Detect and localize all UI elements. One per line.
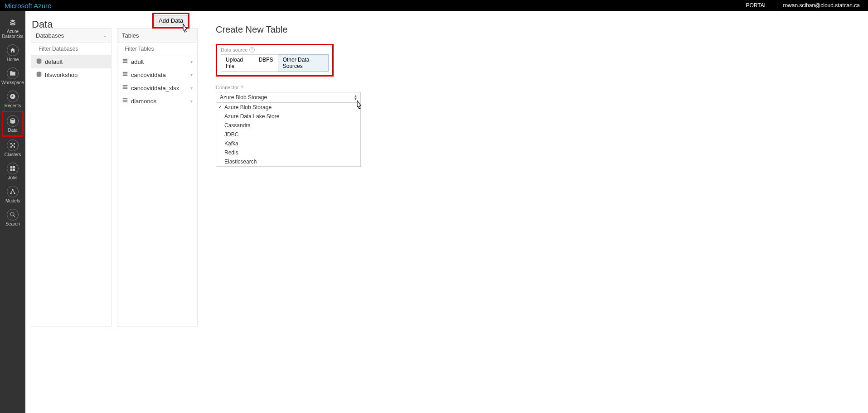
nav-label: Clusters <box>5 152 21 157</box>
connector-option[interactable]: Kafka <box>216 139 360 148</box>
database-row[interactable]: hlsworkshop <box>31 68 111 82</box>
connector-option[interactable]: JDBC <box>216 130 360 139</box>
separator <box>777 2 777 9</box>
connector-option[interactable]: Redis <box>216 148 360 157</box>
table-name: diamonds <box>131 98 156 105</box>
database-row[interactable]: default <box>31 55 111 68</box>
table-icon <box>122 97 128 105</box>
clock-icon <box>7 91 19 102</box>
grid-icon <box>7 163 19 174</box>
page-title: Data <box>32 19 53 30</box>
nav-label: Home <box>7 57 19 62</box>
main-area: Data Add Data Databases ⌄ default <box>25 11 868 413</box>
connector-selected-value: Azure Blob Storage <box>220 94 267 101</box>
nav-models[interactable]: Models <box>2 183 24 206</box>
search-icon <box>7 209 19 221</box>
table-row[interactable]: diamonds ▾ <box>117 95 197 108</box>
database-icon <box>36 71 42 79</box>
table-row[interactable]: cancoviddata_xlsx ▾ <box>117 82 197 95</box>
tab-upload-file[interactable]: Upload File <box>221 54 254 72</box>
nav-label: Models <box>5 198 20 203</box>
chevron-down-icon[interactable]: ▾ <box>190 99 193 104</box>
table-row[interactable]: cancoviddata ▾ <box>117 68 197 82</box>
connector-dropdown: Azure Blob Storage Azure Data Lake Store… <box>216 103 361 167</box>
add-data-highlight: Add Data <box>152 13 189 29</box>
tab-other-data-sources[interactable]: Other Data Sources <box>278 54 329 72</box>
tab-dbfs[interactable]: DBFS <box>254 54 278 72</box>
databases-panel: Databases ⌄ default hlsworkshop <box>31 28 112 327</box>
graph-icon <box>7 186 19 197</box>
connector-option[interactable]: Azure Blob Storage <box>216 103 360 112</box>
folder-icon <box>7 67 19 79</box>
home-icon <box>7 44 19 56</box>
nav-jobs[interactable]: Jobs <box>2 160 24 183</box>
nav-search[interactable]: Search <box>2 206 24 229</box>
portal-link[interactable]: PORTAL <box>742 2 771 9</box>
layers-icon <box>7 16 19 28</box>
nav-label: Recents <box>5 103 21 108</box>
tables-panel: Tables adult ▾ cancoviddata ▾ cancovidda… <box>117 28 198 327</box>
table-icon <box>122 71 128 79</box>
page-title-row: Data Add Data <box>25 11 868 38</box>
table-row[interactable]: adult ▾ <box>117 55 197 68</box>
svg-point-3 <box>14 146 15 148</box>
right-content: Create New Table Data source ? Upload Fi… <box>198 11 868 413</box>
nav-label: Azure Databricks <box>2 29 24 39</box>
nav-workspace[interactable]: Workspace <box>2 65 24 88</box>
nav-azure-databricks[interactable]: Azure Databricks <box>2 14 24 42</box>
nav-label: Data <box>8 128 17 133</box>
table-icon <box>122 58 128 66</box>
data-source-tabs: Upload File DBFS Other Data Sources <box>221 54 329 72</box>
top-bar: Microsoft Azure PORTAL rowan.sciban@clou… <box>0 0 868 11</box>
nav-label: Workspace <box>1 80 24 85</box>
table-name: adult <box>131 58 144 65</box>
connector-block: Connector ? Azure Blob Storage ▴▾ Azure … <box>216 85 850 167</box>
databases-filter-input[interactable] <box>39 46 107 52</box>
table-icon <box>122 84 128 92</box>
help-icon[interactable]: ? <box>249 47 255 53</box>
data-source-label: Data source ? <box>221 47 329 53</box>
user-email[interactable]: rowan.sciban@cloud.statcan.ca <box>779 2 863 9</box>
database-name: hlsworkshop <box>45 72 78 78</box>
database-name: default <box>45 58 63 65</box>
brand-label[interactable]: Microsoft Azure <box>5 2 51 10</box>
database-icon <box>7 115 19 127</box>
nav-recents[interactable]: Recents <box>2 88 24 111</box>
updown-icon: ▴▾ <box>354 95 357 100</box>
databases-filter[interactable] <box>31 43 111 55</box>
help-icon[interactable]: ? <box>241 85 243 90</box>
connector-option[interactable]: Elasticsearch <box>216 157 360 166</box>
connector-label: Connector ? <box>216 85 850 90</box>
data-source-highlight: Data source ? Upload File DBFS Other Dat… <box>216 44 334 77</box>
nav-home[interactable]: Home <box>2 42 24 65</box>
cluster-icon <box>7 139 19 151</box>
add-data-button[interactable]: Add Data <box>154 15 188 26</box>
svg-point-2 <box>10 146 12 148</box>
chevron-down-icon[interactable]: ▾ <box>190 59 193 64</box>
svg-point-0 <box>10 143 12 145</box>
connector-option[interactable]: Cassandra <box>216 121 360 130</box>
nav-label: Search <box>5 221 20 226</box>
table-name: cancoviddata_xlsx <box>131 85 179 91</box>
svg-point-4 <box>12 144 14 146</box>
table-name: cancoviddata <box>131 72 166 78</box>
left-nav: Azure Databricks Home Workspace Recents … <box>0 11 25 413</box>
chevron-down-icon[interactable]: ▾ <box>190 72 193 77</box>
tables-filter[interactable] <box>117 43 197 55</box>
svg-point-1 <box>14 143 15 145</box>
database-icon <box>36 58 42 66</box>
nav-clusters[interactable]: Clusters <box>2 137 24 160</box>
tables-filter-input[interactable] <box>125 46 193 52</box>
nav-data[interactable]: Data <box>2 111 24 137</box>
connector-select[interactable]: Azure Blob Storage ▴▾ <box>216 92 361 103</box>
nav-label: Jobs <box>8 175 17 180</box>
connector-option[interactable]: Azure Data Lake Store <box>216 112 360 121</box>
chevron-down-icon[interactable]: ▾ <box>190 86 193 91</box>
